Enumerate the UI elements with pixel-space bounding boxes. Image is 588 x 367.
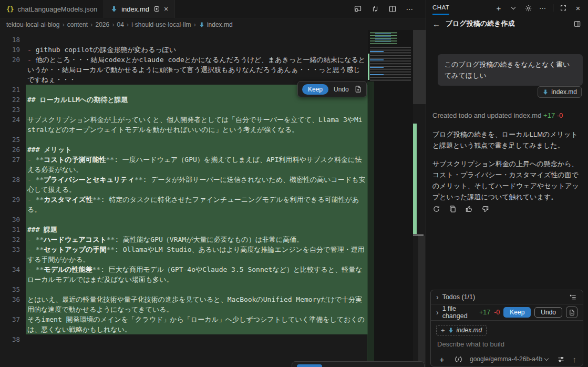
- line-number: 38: [0, 334, 20, 344]
- split-editor-icon[interactable]: [387, 4, 398, 14]
- keep-all-button[interactable]: Keep: [503, 307, 531, 318]
- tools-icon[interactable]: [453, 354, 463, 364]
- changed-files-row[interactable]: › 1 file changed +17 -0 Keep Undo: [431, 304, 583, 321]
- undo-all-button[interactable]: Undo: [534, 307, 562, 318]
- back-icon[interactable]: ←: [432, 19, 440, 28]
- line-content: [26, 284, 368, 294]
- breadcrumb[interactable]: tektou-local-ai-blog›content›2026›04›i-s…: [0, 19, 426, 30]
- attach-icon[interactable]: +: [437, 354, 447, 364]
- keep-button[interactable]: Keep: [302, 84, 328, 95]
- bottom-keep-button[interactable]: [297, 364, 322, 367]
- thread-title: ブログ投稿の続き作成: [446, 19, 515, 28]
- editor-scrollbar[interactable]: [413, 30, 426, 367]
- gear-icon[interactable]: [523, 3, 533, 13]
- assistant-response-paragraph: サブスクリプション料金の上昇への懸念から、コスト・プライバシー・カスタマイズ性の…: [432, 158, 583, 202]
- editor-line: 20- 他のところ・・・結局codexとかclaude codeとかになるんだろ…: [0, 55, 368, 85]
- divider: [553, 4, 553, 12]
- bottom-diff-navigation-bar[interactable]: [292, 361, 425, 367]
- new-chat-icon[interactable]: +: [494, 3, 503, 13]
- minimap-heading-mark: [370, 74, 384, 75]
- line-number: 25: [0, 135, 20, 145]
- minimap[interactable]: [368, 30, 413, 367]
- close-tab-icon[interactable]: ×: [164, 5, 168, 13]
- breadcrumb-separator: ›: [194, 21, 196, 28]
- add-context-chip[interactable]: + index.md: [436, 325, 487, 335]
- chat-more-icon[interactable]: ⋯: [538, 3, 548, 13]
- line-content: [26, 105, 368, 115]
- files-changed-label: 1 file changed: [442, 305, 476, 320]
- line-content: - **プライバシーとセキュリティ**: データが外部サーバーに送信されないため…: [26, 175, 368, 195]
- breadcrumb-file[interactable]: index.md: [199, 21, 233, 28]
- line-content: - **セットアップの手間**: OllamaやLM Studio、あるいはより…: [26, 244, 368, 264]
- sliders-icon[interactable]: [556, 354, 565, 364]
- editor-line: 38: [0, 334, 368, 344]
- chat-input-container: › Todos (1/1) › 1 file changed +17 -0 Ke…: [430, 290, 583, 366]
- breadcrumb-item[interactable]: 04: [117, 21, 124, 28]
- copy-icon[interactable]: [448, 204, 457, 213]
- assistant-response-paragraph: ブログ投稿の続きを、ローカルLLMのメリットと課題という観点で書き足してみました…: [432, 129, 583, 151]
- open-changes-icon[interactable]: [370, 4, 380, 14]
- markdown-file-icon: [110, 5, 118, 13]
- breadcrumb-separator: ›: [90, 21, 92, 28]
- todos-list-icon[interactable]: [568, 292, 577, 302]
- scrollbar-thumb-lower[interactable]: [418, 236, 425, 363]
- line-number: 23: [0, 105, 20, 115]
- open-preview-icon[interactable]: [353, 4, 363, 14]
- breadcrumb-item[interactable]: tektou-local-ai-blog: [6, 21, 59, 28]
- modified-indicator-icon[interactable]: [153, 5, 160, 13]
- breadcrumb-item[interactable]: content: [67, 21, 88, 28]
- retry-icon[interactable]: [431, 204, 441, 213]
- deletions-count: -0: [557, 111, 563, 119]
- minimap-frontmatter-values: [375, 33, 391, 43]
- close-panel-icon[interactable]: ×: [573, 3, 583, 13]
- line-content: - 他のところ・・・結局codexとかclaude codeとかになるんだろうけ…: [26, 55, 368, 85]
- minimap-heading-mark: [370, 51, 384, 52]
- breadcrumb-item[interactable]: i-should-use-local-llm: [131, 21, 191, 28]
- tab-chatlanguagemodels-json[interactable]: {} chatLanguageModels.json: [0, 0, 104, 18]
- chat-input-field[interactable]: Describe what to build: [431, 335, 583, 348]
- minimap-heading-mark: [370, 67, 384, 68]
- send-icon[interactable]: ↑: [573, 355, 577, 364]
- scrollbar-thumb[interactable]: [413, 30, 426, 104]
- attachment-filename: index.md: [551, 88, 577, 96]
- files-deletions: -0: [494, 309, 500, 316]
- editor-line: 25: [0, 135, 368, 145]
- new-chat-dropdown-icon[interactable]: [509, 3, 518, 13]
- line-content: とはいえ、最近の軽量化技術や量子化技術の進歩を見ていると、MacBookのUni…: [26, 294, 368, 314]
- undo-button[interactable]: Undo: [334, 86, 349, 93]
- line-number: 21: [0, 85, 20, 95]
- minimap-added-gutter: [368, 54, 369, 80]
- breadcrumb-item[interactable]: 2026: [95, 21, 109, 28]
- chat-input-toolbar: + google/gemma-4-26b-a4b ↑: [431, 352, 583, 366]
- chevron-right-icon: ›: [436, 309, 439, 316]
- breadcrumb-separator: ›: [112, 21, 114, 28]
- line-number: 37: [0, 314, 20, 334]
- maximize-panel-icon[interactable]: [559, 3, 568, 13]
- minimap-body-text: [370, 47, 411, 82]
- open-in-editor-icon[interactable]: [572, 19, 582, 28]
- attachments-row: + index.md: [431, 321, 583, 335]
- model-picker[interactable]: google/gemma-4-26b-a4b: [470, 355, 548, 363]
- chat-panel-header: CHAT + ⋯ ×: [426, 0, 588, 16]
- message-attachment-chip[interactable]: index.md: [538, 86, 582, 98]
- line-content: - github copilotの課金形態が変わるっぽい: [26, 45, 368, 55]
- more-actions-icon[interactable]: ⋯: [405, 4, 415, 14]
- editor-line: 29- **カスタマイズ性**: 特定のタスクに特化させたファインチューニングモ…: [0, 195, 368, 215]
- chat-panel: CHAT + ⋯ × ← ブログ投稿の続き作成 このブログ投: [426, 0, 588, 367]
- editor-line: 26### メリット: [0, 145, 368, 155]
- thumbs-down-icon[interactable]: [480, 204, 490, 213]
- tab-index-md[interactable]: index.md ×: [104, 0, 175, 18]
- line-content: そろiment 開発環境のメインを「クラウド」から「ローカル」へ少しずつシフトし…: [26, 314, 368, 334]
- line-content: ### 課題: [26, 225, 368, 235]
- line-number: 33: [0, 244, 20, 264]
- diff-file-icon[interactable]: [354, 85, 362, 93]
- line-number: 18: [0, 35, 20, 45]
- thumbs-up-icon[interactable]: [464, 204, 473, 213]
- todos-row[interactable]: › Todos (1/1): [431, 290, 583, 304]
- files-additions: +17: [479, 309, 490, 316]
- chat-tab[interactable]: CHAT: [432, 4, 449, 12]
- line-content: [26, 215, 368, 225]
- view-diff-icon[interactable]: [566, 307, 577, 318]
- markdown-file-icon: [542, 89, 549, 95]
- tool-status-line: Created todo and updated index.md +17 -0: [432, 111, 563, 119]
